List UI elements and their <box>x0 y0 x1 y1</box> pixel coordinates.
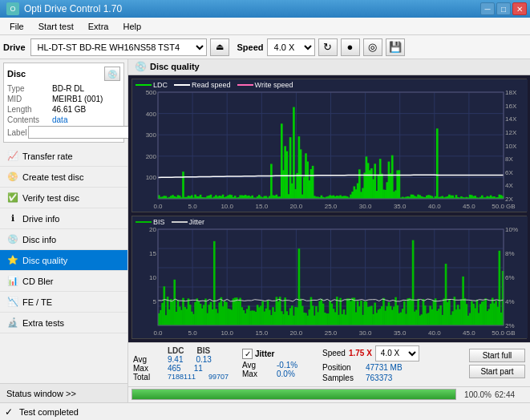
disc-type-value: BD-R DL <box>52 84 84 93</box>
status-bar: ✓ Test completed <box>0 402 530 420</box>
max-bis: 11 <box>188 364 209 373</box>
position-row: Position 47731 MB <box>322 363 419 372</box>
start-part-button[interactable]: Start part <box>469 365 525 378</box>
speed-select-bottom[interactable]: 4.0 X 8.0 X <box>375 345 419 361</box>
chart-bottom: BIS Jitter <box>131 216 527 339</box>
nav-transfer-rate[interactable]: 📈 Transfer rate <box>0 146 127 167</box>
jitter-max-row: Max 0.0% <box>242 370 314 378</box>
status-window-button[interactable]: Status window >> <box>0 383 127 402</box>
nav-extra-tests[interactable]: 🔬 Extra tests <box>0 313 127 333</box>
legend-jitter: Jitter <box>172 218 205 226</box>
total-label: Total <box>133 373 161 382</box>
max-label: Max <box>133 364 161 373</box>
disc-quality-header: 💿 Disc quality <box>128 59 530 75</box>
nav-cd-bler[interactable]: 📊 CD Bler <box>0 271 127 292</box>
samples-label: Samples <box>322 374 362 382</box>
disc-length-row: Length 46.61 GB <box>7 105 120 114</box>
position-value: 47731 MB <box>366 363 403 372</box>
samples-value: 763373 <box>366 374 392 382</box>
disc-label-row: Label 🔍 <box>7 126 120 139</box>
status-text: Test completed <box>19 407 79 417</box>
maximize-button[interactable]: □ <box>496 2 511 15</box>
drive-toolbar: Drive HL-DT-ST BD-RE WH16NS58 TST4 ⏏ Spe… <box>0 35 530 59</box>
jitter-header-row: ✓ Jitter <box>242 349 314 359</box>
menu-file[interactable]: File <box>3 20 30 33</box>
speed-select[interactable]: 4.0 X 8.0 X <box>267 38 315 56</box>
speed-label: Speed <box>237 42 264 52</box>
titlebar-buttons: ─ □ ✕ <box>480 2 527 15</box>
record-button[interactable]: ● <box>341 38 360 56</box>
disc-header: Disc 💿 <box>7 67 120 81</box>
disc-type-row: Type BD-R DL <box>7 84 120 93</box>
nav-fe-te-label: FE / TE <box>22 297 52 307</box>
nav-cd-bler-label: CD Bler <box>22 277 54 286</box>
write-speed-color <box>237 84 253 86</box>
jitter-label: Jitter <box>255 349 274 358</box>
legend-ldc-label: LDC <box>153 81 168 89</box>
max-ldc: 465 <box>161 364 188 373</box>
nav-verify-disc-label: Verify test disc <box>22 193 79 203</box>
legend-read-speed-label: Read speed <box>192 81 231 89</box>
legend-bis-label: BIS <box>153 218 165 226</box>
minimize-button[interactable]: ─ <box>480 2 495 15</box>
disc-quality-icon-header: 💿 <box>135 61 147 72</box>
ldc-color <box>136 84 152 86</box>
stats-panel: LDC BIS Avg 9.41 0.13 Max 465 11 Total <box>128 342 530 386</box>
speed-row: Speed 1.75 X 4.0 X 8.0 X <box>322 345 419 361</box>
ldc-header: LDC <box>161 346 191 355</box>
status-icon: ✓ <box>5 406 13 418</box>
disc-label-text: Label <box>7 128 26 137</box>
progress-bar-outer <box>131 389 456 400</box>
nav-fe-te[interactable]: 📉 FE / TE <box>0 292 127 313</box>
save-button[interactable]: 💾 <box>386 38 405 56</box>
nav-disc-quality[interactable]: ⭐ Disc quality <box>0 250 127 271</box>
jitter-checkbox[interactable]: ✓ <box>242 349 253 359</box>
bis-color <box>136 221 152 223</box>
nav-drive-info[interactable]: ℹ Drive info <box>0 208 127 229</box>
settings-button[interactable]: ◎ <box>363 38 382 56</box>
jitter-color <box>172 221 188 223</box>
fe-te-icon: 📉 <box>6 296 19 309</box>
disc-info-icon: 💿 <box>6 233 19 246</box>
chart-bottom-canvas <box>132 216 528 338</box>
disc-mid-label: MID <box>7 95 52 103</box>
total-bis: 99707 <box>202 373 235 381</box>
drive-select[interactable]: HL-DT-ST BD-RE WH16NS58 TST4 <box>30 38 207 56</box>
nav-verify-test-disc[interactable]: ✅ Verify test disc <box>0 188 127 208</box>
close-button[interactable]: ✕ <box>512 2 527 15</box>
extra-tests-icon: 🔬 <box>6 317 19 329</box>
titlebar-left: O Opti Drive Control 1.70 <box>6 2 122 15</box>
refresh-button[interactable]: ↻ <box>318 38 338 56</box>
jitter-avg-label: Avg <box>242 361 270 370</box>
menu-extra[interactable]: Extra <box>82 20 115 33</box>
titlebar: O Opti Drive Control 1.70 ─ □ ✕ <box>0 0 530 18</box>
jitter-max-label: Max <box>242 370 270 378</box>
start-full-button[interactable]: Start full <box>469 349 525 362</box>
disc-length-label: Length <box>7 105 52 114</box>
menu-start-test[interactable]: Start test <box>32 20 80 33</box>
jitter-avg: -0.1% <box>270 361 304 370</box>
disc-type-label: Type <box>7 84 52 93</box>
disc-label-input[interactable] <box>28 126 135 139</box>
drive-label: Drive <box>3 42 26 52</box>
speed-stats: Speed 1.75 X 4.0 X 8.0 X Position 47731 … <box>322 345 419 382</box>
disc-info-button[interactable]: 💿 <box>104 67 120 81</box>
legend-bis: BIS <box>136 218 165 226</box>
nav-drive-info-label: Drive info <box>22 214 59 224</box>
position-label: Position <box>322 363 362 372</box>
content-area: 💿 Disc quality LDC Read speed <box>128 59 530 402</box>
legend-read-speed: Read speed <box>174 81 231 89</box>
stats-row: LDC BIS Avg 9.41 0.13 Max 465 11 Total <box>133 345 525 382</box>
nav-disc-info[interactable]: 💿 Disc info <box>0 229 127 250</box>
cd-bler-icon: 📊 <box>6 275 19 288</box>
disc-quality-title: Disc quality <box>150 62 200 71</box>
disc-mid-row: MID MEIRB1 (001) <box>7 95 120 103</box>
progress-percent: 100.0% <box>459 390 492 399</box>
transfer-rate-icon: 📈 <box>6 150 19 163</box>
nav-create-test-disc[interactable]: 📀 Create test disc <box>0 167 127 188</box>
menu-help[interactable]: Help <box>116 20 148 33</box>
main-layout: Disc 💿 Type BD-R DL MID MEIRB1 (001) Len… <box>0 59 530 402</box>
eject-button[interactable]: ⏏ <box>210 38 229 56</box>
samples-row: Samples 763373 <box>322 374 419 382</box>
nav-create-disc-label: Create test disc <box>22 172 83 182</box>
